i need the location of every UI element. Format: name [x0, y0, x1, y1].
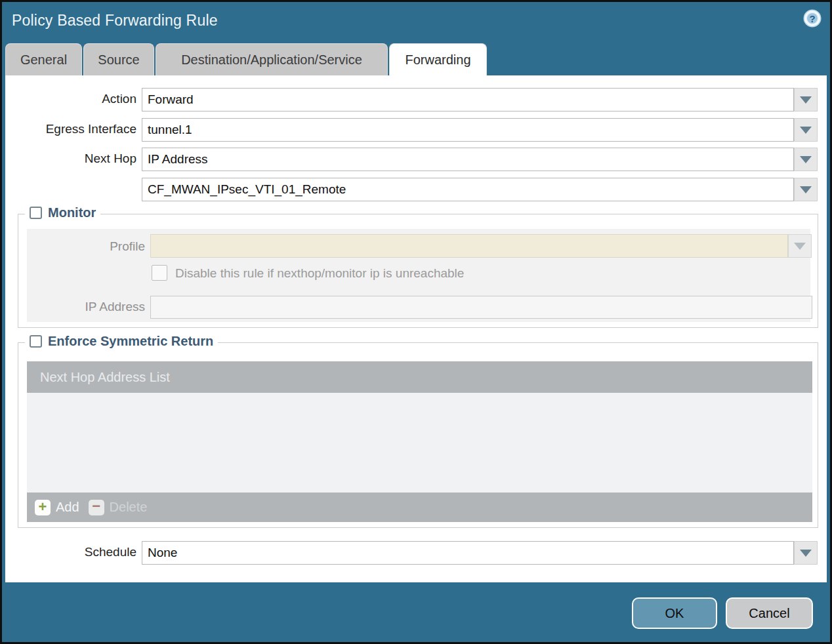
pbf-rule-dialog: Policy Based Forwarding Rule ? General S…: [0, 0, 832, 644]
chevron-down-icon: [800, 186, 812, 193]
tab-bar: General Source Destination/Application/S…: [5, 43, 487, 75]
monitor-section-label: Monitor: [48, 205, 96, 220]
next-hop-address-select[interactable]: [142, 178, 794, 201]
profile-dropdown-button: [788, 234, 812, 258]
chevron-down-icon: [800, 96, 812, 104]
egress-interface-select[interactable]: [142, 118, 794, 142]
schedule-label: Schedule: [5, 545, 136, 559]
help-icon[interactable]: ?: [802, 9, 822, 28]
disable-rule-checkbox: [152, 265, 167, 281]
monitor-ip-address-label: IP Address: [27, 300, 145, 314]
schedule-dropdown-button[interactable]: [794, 541, 818, 565]
next-hop-address-list-toolbar: + Add − Delete: [27, 493, 812, 522]
next-hop-label: Next Hop: [5, 151, 136, 166]
schedule-select[interactable]: [142, 541, 794, 565]
tab-destination-application-service[interactable]: Destination/Application/Service: [156, 43, 388, 75]
action-label: Action: [5, 92, 136, 106]
enforce-symmetric-return-label: Enforce Symmetric Return: [48, 334, 213, 349]
disable-rule-label: Disable this rule if nexthop/monitor ip …: [175, 266, 464, 281]
next-hop-address-list-body[interactable]: [27, 393, 812, 493]
action-select[interactable]: [142, 88, 794, 111]
next-hop-address-list-table: Next Hop Address List + Add − Delete: [27, 361, 812, 522]
delete-button-label: Delete: [110, 500, 148, 515]
chevron-down-icon: [800, 127, 812, 134]
tab-general[interactable]: General: [5, 43, 82, 75]
forwarding-tab-panel: Action Egress Interface Next Hop Monitor…: [5, 75, 827, 582]
cancel-button[interactable]: Cancel: [726, 597, 813, 629]
add-button[interactable]: + Add: [35, 500, 79, 515]
chevron-down-icon: [794, 243, 806, 250]
next-hop-type-dropdown-button[interactable]: [794, 148, 818, 171]
profile-label: Profile: [27, 239, 145, 254]
next-hop-type-select[interactable]: [142, 148, 794, 171]
add-button-label: Add: [56, 500, 79, 515]
monitor-panel: Profile Disable this rule if nexthop/mon…: [27, 229, 810, 322]
action-dropdown-button[interactable]: [794, 88, 818, 111]
enforce-symmetric-return-checkbox[interactable]: [30, 335, 42, 348]
chevron-down-icon: [800, 550, 812, 557]
dialog-title: Policy Based Forwarding Rule: [12, 12, 218, 30]
next-hop-address-dropdown-button[interactable]: [794, 178, 818, 201]
tab-source[interactable]: Source: [83, 43, 154, 75]
next-hop-address-list-header: Next Hop Address List: [27, 361, 812, 393]
svg-text:?: ?: [809, 13, 815, 24]
enforce-symmetric-return-section: Enforce Symmetric Return Next Hop Addres…: [18, 342, 818, 528]
chevron-down-icon: [800, 156, 812, 163]
ok-button[interactable]: OK: [632, 597, 717, 629]
egress-interface-label: Egress Interface: [5, 122, 136, 136]
egress-interface-dropdown-button[interactable]: [794, 118, 818, 142]
monitor-ip-address-field: [150, 296, 812, 319]
delete-button[interactable]: − Delete: [89, 500, 148, 515]
plus-icon: +: [35, 500, 51, 515]
monitor-checkbox[interactable]: [30, 207, 42, 219]
profile-select: [150, 234, 788, 258]
minus-icon: −: [89, 500, 104, 515]
tab-forwarding[interactable]: Forwarding: [389, 43, 487, 75]
monitor-section: Monitor Profile Disable this rule if nex…: [18, 214, 818, 328]
